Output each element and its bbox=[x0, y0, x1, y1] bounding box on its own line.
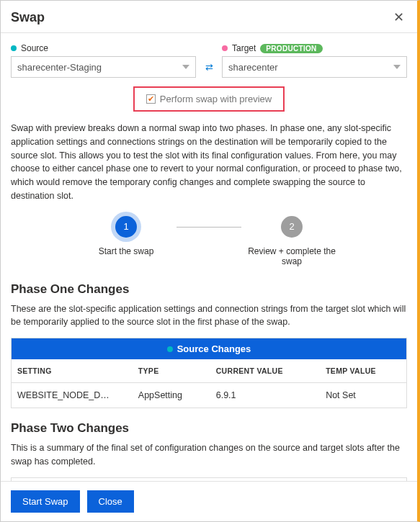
changes-table: SETTING TYPE CURRENT VALUE TEMP VALUE WE… bbox=[12, 359, 406, 408]
swap-direction-icon: ⇄ bbox=[202, 56, 216, 78]
cell-temp: Not Set bbox=[320, 383, 406, 408]
preview-label: Perform swap with preview bbox=[160, 94, 272, 104]
step-2: 2 Review + complete the swap bbox=[241, 216, 342, 266]
cell-type: AppSetting bbox=[133, 383, 210, 408]
col-type: TYPE bbox=[133, 359, 210, 383]
step-2-label: Review + complete the swap bbox=[241, 246, 342, 266]
phase-one-table: Source Changes SETTING TYPE CURRENT VALU… bbox=[11, 338, 407, 408]
source-dot-icon bbox=[11, 45, 17, 51]
phase-one-desc: These are the slot-specific application … bbox=[11, 302, 407, 330]
step-2-circle: 2 bbox=[281, 216, 303, 238]
close-icon[interactable]: ✕ bbox=[390, 8, 407, 27]
start-swap-button[interactable]: Start Swap bbox=[11, 490, 80, 513]
target-column: Target PRODUCTION sharecenter bbox=[222, 43, 407, 78]
source-dot-icon bbox=[167, 346, 173, 352]
col-current: CURRENT VALUE bbox=[210, 359, 320, 383]
panel-header: Swap ✕ bbox=[1, 1, 417, 33]
preview-checkbox-row: ✔ Perform swap with preview bbox=[133, 86, 285, 112]
step-1-circle: 1 bbox=[115, 216, 137, 238]
phase-two-desc: This is a summary of the final set of co… bbox=[11, 441, 407, 469]
col-temp: TEMP VALUE bbox=[320, 359, 406, 383]
target-dot-icon bbox=[222, 45, 228, 51]
source-changes-header: Source Changes bbox=[12, 338, 406, 359]
cell-setting: WEBSITE_NODE_D… bbox=[12, 383, 133, 408]
col-setting: SETTING bbox=[12, 359, 133, 383]
panel-footer: Start Swap Close bbox=[1, 481, 417, 521]
stepper: 1 Start the swap 2 Review + complete the… bbox=[11, 216, 407, 266]
phase-one-title: Phase One Changes bbox=[11, 282, 407, 297]
production-badge: PRODUCTION bbox=[260, 44, 322, 53]
source-column: Source sharecenter-Staging bbox=[11, 43, 196, 78]
chevron-down-icon bbox=[393, 65, 401, 69]
close-button[interactable]: Close bbox=[87, 490, 134, 513]
target-dropdown-value: sharecenter bbox=[228, 62, 278, 73]
preview-checkbox[interactable]: ✔ bbox=[146, 94, 156, 104]
step-connector bbox=[177, 227, 241, 228]
source-changes-label: Source Changes bbox=[177, 343, 251, 354]
target-dropdown[interactable]: sharecenter bbox=[222, 56, 407, 78]
chevron-down-icon bbox=[182, 65, 189, 69]
source-label-row: Source bbox=[11, 43, 196, 53]
swap-panel: Swap ✕ Source sharecenter-Staging ⇄ bbox=[0, 0, 420, 522]
source-dropdown-value: sharecenter-Staging bbox=[17, 62, 102, 73]
table-row: WEBSITE_NODE_D… AppSetting 6.9.1 Not Set bbox=[12, 383, 406, 408]
panel-body: Source sharecenter-Staging ⇄ Target PROD… bbox=[1, 33, 417, 481]
source-dropdown[interactable]: sharecenter-Staging bbox=[11, 56, 196, 78]
source-label: Source bbox=[21, 43, 48, 53]
target-label-row: Target PRODUCTION bbox=[222, 43, 407, 53]
panel-title: Swap bbox=[11, 10, 45, 25]
cell-current: 6.9.1 bbox=[210, 383, 320, 408]
phase-two-title: Phase Two Changes bbox=[11, 421, 407, 436]
step-1: 1 Start the swap bbox=[76, 216, 177, 256]
step-1-label: Start the swap bbox=[99, 246, 154, 256]
slot-selector-row: Source sharecenter-Staging ⇄ Target PROD… bbox=[11, 43, 407, 78]
swap-description: Swap with preview breaks down a normal s… bbox=[11, 122, 407, 203]
target-label: Target bbox=[232, 43, 256, 53]
